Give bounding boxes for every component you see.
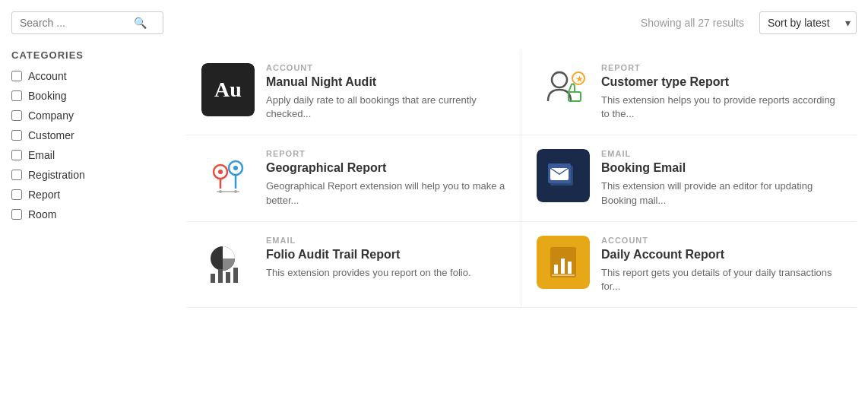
svg-rect-17 (211, 274, 215, 283)
category-label-registration: Registration (28, 169, 85, 181)
product-desc-3: This extension will provide an editor fo… (601, 179, 841, 207)
product-category-1: REPORT (601, 63, 841, 72)
sidebar-item-company[interactable]: Company (11, 109, 171, 122)
page-wrapper: 🔍 Showing all 27 results Sort by latestS… (0, 0, 868, 406)
sidebar-item-registration[interactable]: Registration (11, 169, 171, 181)
svg-text:★: ★ (575, 74, 584, 84)
category-checkbox-booking[interactable] (11, 90, 22, 101)
sidebar: CATEGORIES Account Booking Company Custo… (11, 49, 171, 308)
product-title-2: Geographical Report (266, 161, 505, 175)
product-card-booking-email[interactable]: EMAIL Booking Email This extension will … (521, 135, 857, 221)
product-title-4: Folio Audit Trail Report (266, 248, 505, 262)
results-count: Showing all 27 results (641, 17, 744, 29)
customer-report-icon: ★ (537, 63, 590, 116)
category-checkbox-email[interactable] (11, 150, 22, 160)
product-info-folio-audit: EMAIL Folio Audit Trail Report This exte… (266, 236, 505, 280)
sort-select[interactable]: Sort by latestSort by oldestSort by name (759, 11, 857, 34)
au-icon: Au (201, 63, 255, 116)
sidebar-item-room[interactable]: Room (11, 208, 171, 220)
product-card-folio-audit[interactable]: EMAIL Folio Audit Trail Report This exte… (186, 222, 521, 308)
product-info-manual-night-audit: ACCOUNT Manual Night Audit Apply daily r… (266, 63, 505, 121)
category-checkbox-account[interactable] (11, 71, 22, 81)
main-content: CATEGORIES Account Booking Company Custo… (11, 49, 857, 308)
product-info-daily-account: ACCOUNT Daily Account Report This report… (601, 236, 841, 293)
category-label-customer: Customer (28, 129, 74, 141)
svg-rect-24 (568, 262, 572, 274)
category-label-room: Room (28, 208, 56, 220)
product-info-customer-type-report: REPORT Customer type Report This extensi… (601, 63, 841, 121)
svg-point-5 (218, 170, 223, 174)
product-desc-4: This extension provides you report on th… (266, 266, 505, 280)
geo-icon (201, 149, 255, 202)
product-card-geographical-report[interactable]: REPORT Geographical Report Geographical … (186, 135, 521, 221)
email-icon (537, 149, 590, 202)
product-category-5: ACCOUNT (601, 236, 841, 245)
svg-point-11 (219, 190, 222, 193)
folio-icon (201, 236, 255, 289)
category-label-account: Account (28, 70, 67, 82)
product-category-4: EMAIL (266, 236, 505, 245)
product-category-0: ACCOUNT (266, 63, 505, 72)
product-info-booking-email: EMAIL Booking Email This extension will … (601, 149, 841, 207)
product-desc-5: This report gets you details of your dai… (601, 266, 841, 293)
product-icon-geographical-report (201, 149, 255, 202)
category-label-booking: Booking (28, 90, 67, 102)
categories-label: CATEGORIES (11, 49, 171, 61)
svg-point-0 (552, 72, 567, 87)
sidebar-item-report[interactable]: Report (11, 189, 171, 201)
product-title-5: Daily Account Report (601, 248, 841, 262)
product-title-3: Booking Email (601, 161, 841, 175)
svg-rect-23 (561, 259, 565, 274)
search-input[interactable] (20, 17, 134, 29)
product-category-2: REPORT (266, 149, 505, 158)
product-desc-2: Geographical Report extension will help … (266, 179, 505, 207)
svg-point-8 (233, 166, 238, 170)
product-desc-0: Apply daily rate to all bookings that ar… (266, 94, 505, 121)
svg-rect-22 (554, 265, 558, 274)
category-label-company: Company (28, 109, 74, 122)
product-card-daily-account[interactable]: ACCOUNT Daily Account Report This report… (521, 222, 857, 308)
product-card-manual-night-audit[interactable]: Au ACCOUNT Manual Night Audit Apply dail… (186, 49, 521, 135)
search-box: 🔍 (11, 11, 163, 34)
category-checkbox-customer[interactable] (11, 130, 22, 141)
product-category-3: EMAIL (601, 149, 841, 158)
search-button[interactable]: 🔍 (134, 17, 147, 29)
product-icon-folio-audit (201, 236, 255, 289)
category-checkbox-company[interactable] (11, 110, 22, 121)
category-checkbox-report[interactable] (11, 189, 22, 200)
sidebar-item-customer[interactable]: Customer (11, 129, 171, 141)
sort-wrapper: Sort by latestSort by oldestSort by name (759, 11, 857, 34)
category-label-report: Report (28, 189, 60, 201)
sidebar-item-email[interactable]: Email (11, 149, 171, 161)
svg-rect-18 (218, 269, 223, 283)
product-icon-manual-night-audit: Au (201, 63, 255, 116)
daily-account-icon (537, 236, 590, 289)
svg-rect-19 (226, 272, 230, 283)
product-info-geographical-report: REPORT Geographical Report Geographical … (266, 149, 505, 207)
top-bar: 🔍 Showing all 27 results Sort by latestS… (11, 11, 857, 34)
product-icon-booking-email (537, 149, 590, 202)
product-card-customer-type-report[interactable]: ★ REPORT Customer type Report This exten… (521, 49, 857, 135)
product-icon-customer-type-report: ★ (537, 63, 590, 116)
products-grid: Au ACCOUNT Manual Night Audit Apply dail… (186, 49, 857, 308)
sidebar-item-account[interactable]: Account (11, 70, 171, 82)
category-label-email: Email (28, 149, 55, 161)
product-desc-1: This extension helps you to provide repo… (601, 94, 841, 121)
category-checkbox-room[interactable] (11, 209, 22, 220)
product-title-1: Customer type Report (601, 75, 841, 89)
sidebar-item-booking[interactable]: Booking (11, 90, 171, 102)
svg-rect-20 (233, 268, 238, 283)
svg-point-12 (234, 190, 237, 193)
product-icon-daily-account (537, 236, 590, 289)
category-checkbox-registration[interactable] (11, 170, 22, 180)
product-title-0: Manual Night Audit (266, 75, 505, 89)
